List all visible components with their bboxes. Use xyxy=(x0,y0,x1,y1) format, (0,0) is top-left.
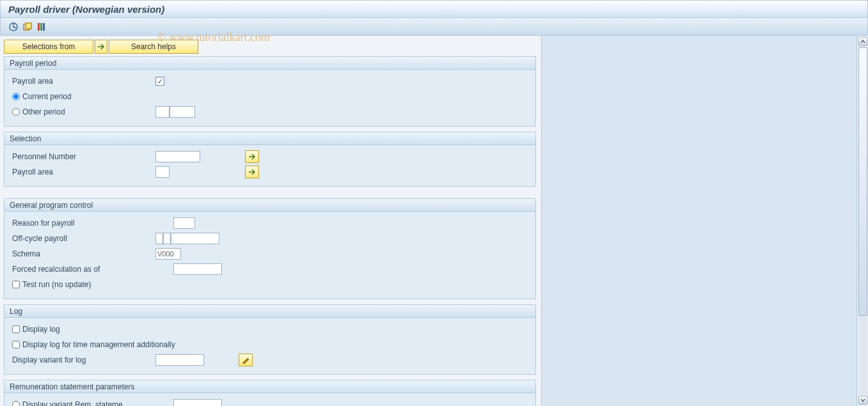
arrow-right-icon xyxy=(248,153,256,160)
group-header-general: General program control xyxy=(4,199,535,212)
input-off-cycle-2[interactable] xyxy=(163,233,171,244)
arrow-right-icon xyxy=(97,43,105,50)
chevron-down-icon xyxy=(860,398,865,403)
toolbar xyxy=(0,18,868,36)
more-personnel-number-button[interactable] xyxy=(245,150,259,163)
pencil-icon xyxy=(242,356,249,364)
label-display-log: Display log xyxy=(22,325,166,334)
input-reason-for-payroll[interactable] xyxy=(173,217,195,229)
checkbox-display-log[interactable] xyxy=(12,325,20,333)
rainbow-icon[interactable] xyxy=(36,22,47,32)
content: Selections from Search helps Payroll per… xyxy=(0,36,868,406)
input-personnel-number[interactable] xyxy=(155,151,200,162)
edit-display-variant-button[interactable] xyxy=(239,354,253,366)
payroll-area-pick-button[interactable]: ✓ xyxy=(155,77,164,86)
svg-rect-2 xyxy=(26,23,31,29)
more-payroll-area-button[interactable] xyxy=(245,166,259,178)
input-schema[interactable] xyxy=(155,248,181,260)
input-sel-payroll-area[interactable] xyxy=(155,166,170,178)
label-display-variant: Display variant for log xyxy=(12,355,155,364)
label-display-variant-rem: Display variant Rem. stateme xyxy=(22,400,173,406)
radio-current-period[interactable] xyxy=(12,93,20,100)
radio-display-variant-rem[interactable] xyxy=(12,401,20,406)
scroll-track[interactable] xyxy=(858,47,867,394)
label-off-cycle: Off-cycle payroll xyxy=(12,234,155,243)
label-forced-recalc: Forced recalculation as of xyxy=(12,265,173,274)
scroll-up-button[interactable] xyxy=(858,37,867,46)
title-bar: Payroll driver (Norwegian version) xyxy=(0,0,868,18)
group-selection: Selection Personnel Number Payroll area xyxy=(4,132,536,187)
button-row: Selections from Search helps xyxy=(4,40,536,54)
radio-other-period[interactable] xyxy=(12,108,20,116)
input-off-cycle-1[interactable] xyxy=(155,233,163,244)
vertical-scrollbar[interactable] xyxy=(856,36,868,406)
checkbox-display-log-time[interactable] xyxy=(12,341,20,348)
label-test-run: Test run (no update) xyxy=(22,280,166,289)
input-display-variant-rem[interactable] xyxy=(173,399,222,406)
svg-rect-3 xyxy=(38,23,40,31)
search-helps-button[interactable]: Search helps xyxy=(109,40,198,54)
scroll-thumb[interactable] xyxy=(858,47,867,316)
label-schema: Schema xyxy=(12,249,155,258)
get-variant-icon[interactable] xyxy=(22,22,33,32)
right-empty-column xyxy=(541,36,856,406)
page-title: Payroll driver (Norwegian version) xyxy=(8,4,164,15)
label-sel-payroll-area: Payroll area xyxy=(12,168,155,176)
input-other-period-2[interactable] xyxy=(170,106,195,118)
label-other-period: Other period xyxy=(22,107,155,116)
execute-icon[interactable] xyxy=(8,22,19,32)
main-column: Selections from Search helps Payroll per… xyxy=(0,36,541,406)
arrow-right-icon xyxy=(248,169,256,175)
group-payroll-period: Payroll period Payroll area ✓ Current pe… xyxy=(4,56,536,127)
input-forced-recalc[interactable] xyxy=(173,263,222,275)
label-display-log-time: Display log for time management addition… xyxy=(22,340,175,349)
label-reason-for-payroll: Reason for payroll xyxy=(12,219,173,228)
group-header-remuneration: Remuneration statement parameters xyxy=(4,380,535,393)
chevron-up-icon xyxy=(860,39,865,44)
group-header-selection: Selection xyxy=(4,132,535,145)
group-log: Log Display log Display log for time man… xyxy=(4,304,536,375)
input-display-variant[interactable] xyxy=(155,354,204,366)
label-current-period: Current period xyxy=(22,92,72,101)
search-helps-arrow-button[interactable] xyxy=(95,40,107,54)
input-other-period-1[interactable] xyxy=(155,106,170,118)
group-header-log: Log xyxy=(4,305,535,318)
scroll-down-button[interactable] xyxy=(858,396,867,405)
svg-rect-4 xyxy=(40,23,42,31)
group-header-payroll-period: Payroll period xyxy=(4,57,535,70)
group-general: General program control Reason for payro… xyxy=(4,198,536,299)
label-payroll-area: Payroll area xyxy=(12,77,155,86)
checkbox-test-run[interactable] xyxy=(12,281,20,288)
svg-rect-5 xyxy=(43,23,45,31)
input-off-cycle-3[interactable] xyxy=(171,233,219,244)
group-remuneration: Remuneration statement parameters Displa… xyxy=(4,380,536,406)
selections-from-button[interactable]: Selections from xyxy=(4,40,93,54)
label-personnel-number: Personnel Number xyxy=(12,152,155,161)
